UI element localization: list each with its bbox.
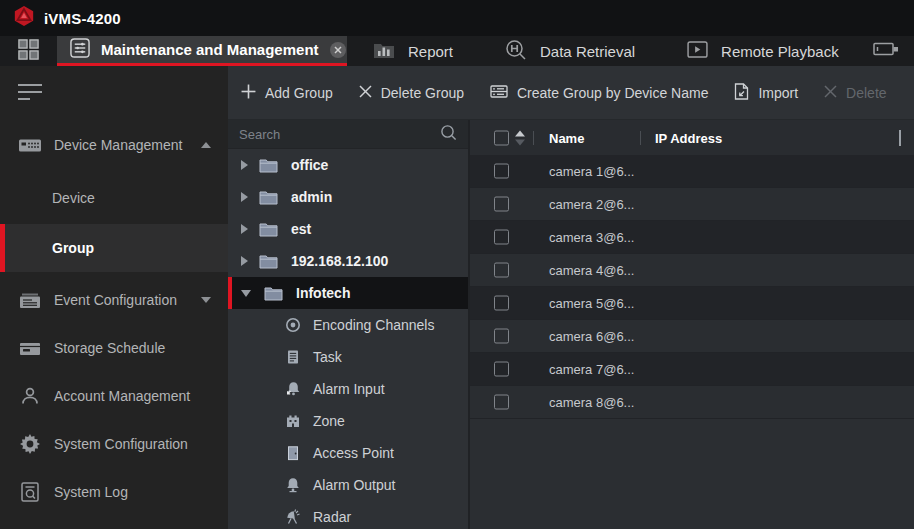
- tree-item-label: Access Point: [313, 445, 394, 461]
- search-icon[interactable]: [440, 124, 457, 145]
- group-name: office: [291, 157, 328, 173]
- caret-right-icon[interactable]: [241, 224, 248, 234]
- expand-arrow-icon[interactable]: [201, 297, 211, 303]
- sidebar: Device Management Device Group Event Con…: [0, 66, 228, 529]
- tree-group-ip[interactable]: 192.168.12.100: [228, 245, 468, 277]
- caret-down-icon[interactable]: [241, 290, 251, 297]
- collapse-arrow-icon[interactable]: [201, 142, 211, 148]
- alarm-input-icon: [285, 381, 301, 397]
- table-row[interactable]: camera 2@6...: [470, 188, 914, 221]
- sidebar-item-device-management[interactable]: Device Management: [0, 121, 228, 169]
- caret-right-icon[interactable]: [241, 256, 248, 266]
- sidebar-item-label: Group: [52, 240, 94, 256]
- add-group-button[interactable]: Add Group: [241, 84, 333, 102]
- app-window: iVMS-4200 Maintenance and Management Rep…: [0, 0, 914, 529]
- sidebar-item-storage-schedule[interactable]: Storage Schedule: [0, 324, 228, 372]
- table-row[interactable]: camera 7@6...: [470, 353, 914, 386]
- delete-button[interactable]: Delete: [824, 85, 886, 101]
- panes: office admin est 192: [228, 120, 914, 529]
- sidebar-item-label: System Configuration: [54, 436, 188, 452]
- delete-icon: [359, 85, 372, 101]
- tree-group-office[interactable]: office: [228, 149, 468, 181]
- table-row[interactable]: camera 6@6...: [470, 320, 914, 353]
- row-checkbox[interactable]: [494, 329, 509, 344]
- caret-right-icon[interactable]: [241, 160, 248, 170]
- sidebar-item-label: Account Management: [54, 388, 190, 404]
- sidebar-item-device[interactable]: Device: [0, 174, 228, 222]
- row-checkbox[interactable]: [494, 395, 509, 410]
- row-checkbox[interactable]: [494, 164, 509, 179]
- create-group-icon: [490, 84, 508, 102]
- tab-remote-playback[interactable]: Remote Playback: [661, 36, 865, 66]
- table-row[interactable]: camera 3@6...: [470, 221, 914, 254]
- tree-item-encoding-channels[interactable]: Encoding Channels: [228, 309, 468, 341]
- tree-item-label: Task: [313, 349, 342, 365]
- delete-label: Delete: [846, 85, 886, 101]
- create-group-by-device-name-button[interactable]: Create Group by Device Name: [490, 84, 708, 102]
- camera-name: camera 2@6...: [549, 197, 634, 212]
- row-checkbox[interactable]: [494, 263, 509, 278]
- folder-icon: [264, 286, 283, 301]
- sidebar-item-event-configuration[interactable]: Event Configuration: [0, 276, 228, 324]
- folder-icon: [259, 254, 278, 269]
- column-resize-handle[interactable]: [899, 130, 901, 146]
- tree-item-access-point[interactable]: Access Point: [228, 437, 468, 469]
- camera-name: camera 5@6...: [549, 296, 634, 311]
- tree-group-est[interactable]: est: [228, 213, 468, 245]
- sidebar-item-system-log[interactable]: System Log: [0, 468, 228, 516]
- menu-icon[interactable]: [18, 84, 42, 100]
- device-tab-button[interactable]: [873, 36, 914, 66]
- column-header-name[interactable]: Name: [549, 130, 584, 145]
- caret-right-icon[interactable]: [241, 192, 248, 202]
- row-checkbox[interactable]: [494, 362, 509, 377]
- sidebar-item-system-configuration[interactable]: System Configuration: [0, 420, 228, 468]
- delete-group-button[interactable]: Delete Group: [359, 85, 464, 101]
- tree-group-admin[interactable]: admin: [228, 181, 468, 213]
- row-checkbox[interactable]: [494, 197, 509, 212]
- search-input[interactable]: [239, 127, 440, 142]
- tree-group-infotech[interactable]: Infotech: [228, 277, 468, 309]
- main-panel: Add Group Delete Group Create Group by D…: [228, 66, 914, 529]
- tree-item-alarm-output[interactable]: Alarm Output: [228, 469, 468, 501]
- table-row[interactable]: camera 8@6...: [470, 386, 914, 419]
- sidebar-item-label: System Log: [54, 484, 128, 500]
- app-grid-button[interactable]: [0, 36, 57, 66]
- tree-item-zone[interactable]: Zone: [228, 405, 468, 437]
- report-icon: [373, 41, 395, 62]
- row-checkbox[interactable]: [494, 296, 509, 311]
- active-tab-label: Maintenance and Management: [101, 41, 319, 58]
- maintenance-tab-icon: [70, 38, 90, 62]
- table-row[interactable]: camera 5@6...: [470, 287, 914, 320]
- group-name: 192.168.12.100: [291, 253, 388, 269]
- device-icon: [873, 40, 899, 62]
- sidebar-item-account-management[interactable]: Account Management: [0, 372, 228, 420]
- close-icon[interactable]: [330, 42, 346, 58]
- column-header-ip-address[interactable]: IP Address: [655, 130, 722, 145]
- tab-report-label: Report: [408, 43, 453, 60]
- tab-remote-playback-label: Remote Playback: [721, 43, 839, 60]
- tab-report[interactable]: Report: [347, 36, 479, 66]
- tree-item-label: Alarm Output: [313, 477, 395, 493]
- group-tree-panel: office admin est 192: [228, 120, 470, 529]
- group-name: est: [291, 221, 311, 237]
- sidebar-item-group[interactable]: Group: [0, 224, 228, 272]
- tree-item-task[interactable]: Task: [228, 341, 468, 373]
- tree-item-label: Radar: [313, 509, 351, 525]
- tab-maintenance-and-management[interactable]: Maintenance and Management: [57, 36, 347, 66]
- row-checkbox[interactable]: [494, 230, 509, 245]
- import-button[interactable]: Import: [734, 83, 798, 103]
- table-row[interactable]: camera 1@6...: [470, 155, 914, 188]
- tree-item-alarm-input[interactable]: Alarm Input: [228, 373, 468, 405]
- tree-item-radar[interactable]: Radar: [228, 501, 468, 529]
- task-icon: [285, 349, 301, 365]
- sort-icon[interactable]: [515, 130, 525, 145]
- remote-playback-icon: [687, 41, 708, 61]
- app-title: iVMS-4200: [44, 10, 121, 27]
- select-all-checkbox[interactable]: [494, 130, 509, 145]
- account-management-icon: [17, 386, 43, 406]
- tab-data-retrieval[interactable]: Data Retrieval: [479, 36, 661, 66]
- table-row[interactable]: camera 4@6...: [470, 254, 914, 287]
- camera-table: Name IP Address camera 1@6... camera 2@6…: [470, 120, 914, 529]
- sidebar-item-label: Storage Schedule: [54, 340, 165, 356]
- system-configuration-icon: [17, 434, 43, 454]
